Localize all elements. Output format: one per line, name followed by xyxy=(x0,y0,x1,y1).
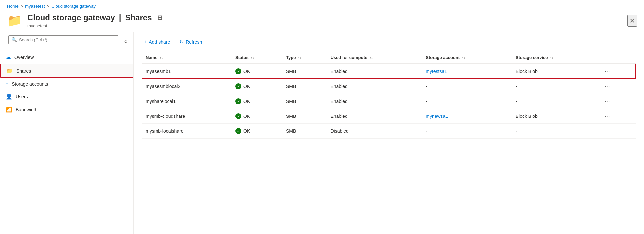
cell-actions[interactable]: ··· xyxy=(598,79,636,94)
sidebar-item-users[interactable]: 👤 Users xyxy=(0,90,133,103)
sidebar-item-bandwidth-label: Bandwidth xyxy=(16,107,37,112)
cell-actions[interactable]: ··· xyxy=(598,109,636,124)
col-actions xyxy=(598,52,636,64)
cell-actions[interactable]: ··· xyxy=(598,94,636,109)
close-button[interactable]: ✕ xyxy=(627,15,637,27)
cell-actions[interactable]: ··· xyxy=(598,64,636,79)
print-icon[interactable]: ⊟ xyxy=(156,13,164,23)
sort-storage-icon: ↑↓ xyxy=(462,56,465,60)
cell-type: SMB xyxy=(282,64,326,79)
sidebar-item-users-label: Users xyxy=(16,94,28,99)
table-row[interactable]: mysmb-cloudshare✓OKSMBEnabledmynewsa1Blo… xyxy=(142,109,636,124)
storage-account-link[interactable]: mytestsa1 xyxy=(426,69,447,74)
sort-name-icon: ↑↓ xyxy=(160,56,163,60)
cell-status: ✓OK xyxy=(231,79,282,94)
resource-subtitle: myasetest xyxy=(27,23,622,28)
table-row[interactable]: mysharelocal1✓OKSMBEnabled--··· xyxy=(142,94,636,109)
cell-type: SMB xyxy=(282,94,326,109)
collapse-button[interactable]: « xyxy=(122,38,129,45)
content-area: 🔍 « ☁ Overview 📁 Shares ≡ Storage accoun… xyxy=(0,32,644,234)
col-status[interactable]: Status ↑↓ xyxy=(231,52,282,64)
sidebar-item-shares[interactable]: 📁 Shares xyxy=(0,64,133,78)
wifi-icon: 📶 xyxy=(6,106,12,113)
row-actions-button[interactable]: ··· xyxy=(602,113,614,120)
sort-compute-icon: ↑↓ xyxy=(370,56,373,60)
status-text: OK xyxy=(243,84,250,89)
cell-used-for-compute: Enabled xyxy=(326,109,422,124)
row-actions-button[interactable]: ··· xyxy=(602,68,614,75)
storage-account-link[interactable]: mynewsa1 xyxy=(426,114,448,119)
cell-type: SMB xyxy=(282,124,326,139)
cell-status: ✓OK xyxy=(231,124,282,139)
cloud-icon: ☁ xyxy=(6,54,11,60)
refresh-label: Refresh xyxy=(186,39,202,45)
folder-icon: 📁 xyxy=(6,68,13,74)
header-text: Cloud storage gateway | Shares ⊟ myasete… xyxy=(27,13,622,28)
cell-type: SMB xyxy=(282,109,326,124)
sort-status-icon: ↑↓ xyxy=(251,56,254,60)
cell-name: mysmb-cloudshare xyxy=(142,109,231,124)
breadcrumb-home[interactable]: Home xyxy=(7,4,19,9)
storage-icon: ≡ xyxy=(6,81,8,87)
col-name[interactable]: Name ↑↓ xyxy=(142,52,231,64)
check-icon: ✓ xyxy=(235,98,241,104)
cell-used-for-compute: Enabled xyxy=(326,64,422,79)
table-row[interactable]: mysmb-localshare✓OKSMBDisabled--··· xyxy=(142,124,636,139)
app-container: Home > myasetest > Cloud storage gateway… xyxy=(0,0,644,234)
cell-storage-service: Block Blob xyxy=(512,64,598,79)
cell-name: myasesmb1 xyxy=(142,64,231,79)
status-text: OK xyxy=(243,69,250,74)
breadcrumb-device[interactable]: myasetest xyxy=(25,4,45,9)
cell-storage-service: - xyxy=(512,79,598,94)
cell-used-for-compute: Disabled xyxy=(326,124,422,139)
search-box: 🔍 xyxy=(8,35,118,44)
cell-used-for-compute: Enabled xyxy=(326,94,422,109)
cell-storage-account: - xyxy=(422,124,511,139)
table-row[interactable]: myasesmblocal2✓OKSMBEnabled--··· xyxy=(142,79,636,94)
cell-storage-account: - xyxy=(422,79,511,94)
cell-storage-account[interactable]: mytestsa1 xyxy=(422,64,511,79)
sidebar-item-bandwidth[interactable]: 📶 Bandwidth xyxy=(0,103,133,116)
col-type[interactable]: Type ↑↓ xyxy=(282,52,326,64)
status-text: OK xyxy=(243,99,250,104)
breadcrumb-sep2: > xyxy=(47,4,50,9)
sidebar-item-storage-accounts[interactable]: ≡ Storage accounts xyxy=(0,78,133,90)
breadcrumb-page[interactable]: Cloud storage gateway xyxy=(51,4,96,9)
toolbar: + Add share ↻ Refresh xyxy=(142,37,636,46)
check-icon: ✓ xyxy=(235,113,241,119)
table-row[interactable]: myasesmb1✓OKSMBEnabledmytestsa1Block Blo… xyxy=(142,64,636,79)
col-storage-service[interactable]: Storage service ↑↓ xyxy=(512,52,598,64)
row-actions-button[interactable]: ··· xyxy=(602,83,614,90)
shares-table: Name ↑↓ Status ↑↓ Type ↑↓ xyxy=(142,52,636,139)
add-share-button[interactable]: + Add share xyxy=(142,38,172,46)
status-text: OK xyxy=(243,114,250,119)
cell-storage-account[interactable]: mynewsa1 xyxy=(422,109,511,124)
status-text: OK xyxy=(243,128,250,134)
row-actions-button[interactable]: ··· xyxy=(602,98,614,105)
resource-name: Cloud storage gateway xyxy=(27,13,115,22)
cell-type: SMB xyxy=(282,79,326,94)
cell-used-for-compute: Enabled xyxy=(326,79,422,94)
sidebar-item-overview[interactable]: ☁ Overview xyxy=(0,51,133,64)
sidebar-item-overview-label: Overview xyxy=(14,55,34,60)
user-icon: 👤 xyxy=(6,93,12,100)
cell-storage-service: - xyxy=(512,124,598,139)
resource-icon: 📁 xyxy=(7,15,22,27)
col-storage-account[interactable]: Storage account ↑↓ xyxy=(422,52,511,64)
cell-status: ✓OK xyxy=(231,94,282,109)
search-input[interactable] xyxy=(19,37,115,42)
cell-name: mysharelocal1 xyxy=(142,94,231,109)
row-actions-button[interactable]: ··· xyxy=(602,127,614,135)
add-share-label: Add share xyxy=(149,39,170,45)
cell-storage-account: - xyxy=(422,94,511,109)
add-icon: + xyxy=(144,39,147,45)
cell-actions[interactable]: ··· xyxy=(598,124,636,139)
sidebar: 🔍 « ☁ Overview 📁 Shares ≡ Storage accoun… xyxy=(0,32,134,234)
search-icon: 🔍 xyxy=(11,37,17,42)
subtitle-tab: Shares xyxy=(125,13,152,22)
check-icon: ✓ xyxy=(235,68,241,74)
title-separator: | xyxy=(119,13,121,22)
cell-storage-service: - xyxy=(512,94,598,109)
col-used-for-compute[interactable]: Used for compute ↑↓ xyxy=(326,52,422,64)
refresh-button[interactable]: ↻ Refresh xyxy=(177,37,204,46)
